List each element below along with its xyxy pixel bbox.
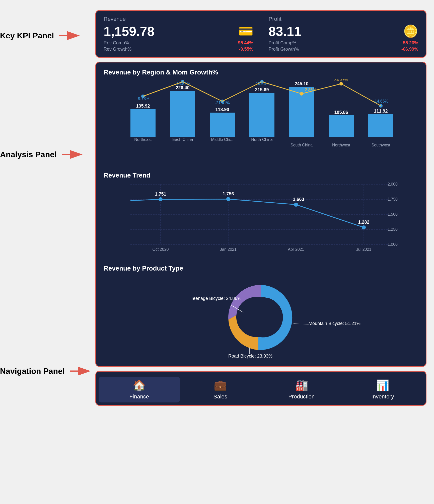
svg-text:34.37%: 34.37% — [334, 79, 348, 82]
svg-text:1,500: 1,500 — [388, 212, 398, 216]
trend-point-oct2020 — [159, 197, 163, 201]
label-teenage: Teenage Bicycle: 24.86% — [191, 296, 241, 301]
bar-southwest — [368, 114, 393, 137]
nav-inventory[interactable]: 📊 Inventory — [342, 377, 423, 402]
trend-svg: 2,000 1,750 1,500 1,250 1,000 — [104, 182, 418, 257]
svg-text:111.92: 111.92 — [374, 109, 388, 114]
nav-panel: 🏠 Finance 💼 Sales 🏭 Production 📊 Invento… — [95, 371, 426, 406]
nav-panel-label: Navigation Panel — [0, 366, 95, 377]
analysis-panel: Revenue by Region & Mom Growth% 135.92 -… — [95, 62, 426, 367]
profit-growth-value: -66.99% — [401, 47, 418, 52]
nav-finance[interactable]: 🏠 Finance — [99, 377, 180, 402]
region-bar-svg: 135.92 -9.73% Northeast 226.40 -14.24% E… — [104, 79, 418, 164]
donut-center — [241, 298, 281, 337]
svg-text:1,663: 1,663 — [293, 197, 304, 202]
nav-sales-label: Sales — [213, 393, 227, 400]
analysis-panel-label: Analysis Panel — [0, 149, 95, 160]
profit-comp-value: 55.26% — [403, 40, 418, 46]
product-chart-title: Revenue by Product Type — [104, 265, 418, 272]
rev-comp-value: 95.44% — [238, 40, 253, 46]
svg-text:2,000: 2,000 — [388, 182, 398, 186]
bar-each-china — [170, 91, 195, 137]
trend-chart: Revenue Trend 2,000 1,750 1,500 1,250 1,… — [104, 172, 418, 257]
svg-text:1,756: 1,756 — [223, 191, 234, 196]
profit-growth-label: Profit Growth% — [269, 47, 299, 52]
svg-text:215.69: 215.69 — [255, 87, 269, 92]
nav-production-label: Production — [288, 393, 315, 400]
label-mountain-line — [294, 324, 309, 324]
nav-production[interactable]: 🏭 Production — [261, 377, 342, 402]
nav-finance-label: Finance — [129, 393, 149, 400]
bar-northwest — [329, 115, 354, 137]
svg-text:Each China: Each China — [172, 137, 193, 142]
kpi-panel-label: Key KPI Panel — [0, 30, 95, 41]
svg-text:1,250: 1,250 — [388, 227, 398, 231]
bar-middle-china — [210, 113, 235, 137]
svg-text:1,750: 1,750 — [388, 197, 398, 201]
rev-growth-value: -9.55% — [239, 47, 253, 52]
revenue-value: 1,159.78 — [104, 24, 154, 39]
svg-text:1,282: 1,282 — [358, 220, 369, 225]
svg-text:Northeast: Northeast — [134, 137, 152, 142]
profit-icon: 🪙 — [403, 24, 418, 38]
kpi-panel: Revenue 1,159.78 💳 Rev Comp% 95.44% Rev … — [95, 10, 426, 58]
svg-text:Jul 2021: Jul 2021 — [356, 247, 372, 251]
label-road: Road Bicycle: 23.93% — [228, 354, 272, 359]
svg-text:Southwest: Southwest — [372, 143, 390, 147]
revenue-icon: 💳 — [238, 24, 253, 38]
inventory-icon: 📊 — [376, 379, 389, 391]
svg-text:South China: South China — [291, 143, 313, 147]
svg-text:1,000: 1,000 — [388, 242, 398, 246]
analysis-arrow-icon — [62, 149, 84, 160]
trend-chart-title: Revenue Trend — [104, 172, 418, 179]
svg-text:105.86: 105.86 — [334, 110, 348, 115]
revenue-title: Revenue — [104, 16, 253, 22]
trend-point-jul2021 — [362, 225, 366, 229]
product-chart: Revenue by Product Type — [104, 265, 418, 360]
kpi-arrow-icon — [59, 30, 82, 41]
rev-comp-label: Rev Comp% — [104, 40, 129, 46]
bar-northeast — [130, 109, 156, 137]
svg-text:Middle Chi...: Middle Chi... — [211, 137, 234, 142]
profit-comp-label: Profit Comp% — [269, 40, 297, 46]
rev-growth-label: Rev Growth% — [104, 47, 131, 52]
svg-text:135.92: 135.92 — [136, 104, 150, 109]
nav-inventory-label: Inventory — [371, 393, 394, 400]
trend-line — [130, 199, 364, 227]
region-chart: Revenue by Region & Mom Growth% 135.92 -… — [104, 68, 418, 164]
revenue-card: Revenue 1,159.78 💳 Rev Comp% 95.44% Rev … — [104, 16, 261, 52]
svg-text:North China: North China — [251, 137, 272, 142]
donut-svg: Teenage Bicycle: 24.86% Mountain Bicycle… — [104, 275, 418, 360]
nav-arrow-icon — [70, 366, 92, 377]
trend-point-jan2021 — [226, 197, 230, 201]
svg-text:226.40: 226.40 — [176, 85, 189, 90]
svg-text:1,751: 1,751 — [155, 192, 166, 197]
nav-sales[interactable]: 💼 Sales — [180, 377, 261, 402]
label-mountain: Mountain Bicycle: 51.21% — [309, 321, 360, 326]
trend-point-apr2021 — [294, 203, 298, 207]
profit-card: Profit 83.11 🪙 Profit Comp% 55.26% Profi… — [261, 16, 418, 52]
region-chart-title: Revenue by Region & Mom Growth% — [104, 68, 418, 76]
finance-icon: 🏠 — [133, 379, 146, 391]
sales-icon: 💼 — [214, 379, 227, 391]
svg-text:118.90: 118.90 — [215, 107, 229, 112]
bar-north-china — [249, 93, 274, 137]
svg-text:Northwest: Northwest — [332, 143, 350, 147]
svg-text:Apr 2021: Apr 2021 — [288, 247, 304, 251]
profit-title: Profit — [269, 16, 418, 22]
profit-value: 83.11 — [269, 24, 301, 39]
svg-text:Jan 2021: Jan 2021 — [220, 247, 237, 251]
production-icon: 🏭 — [295, 379, 308, 391]
svg-text:245.10: 245.10 — [295, 81, 308, 86]
svg-text:Oct 2020: Oct 2020 — [153, 247, 169, 251]
